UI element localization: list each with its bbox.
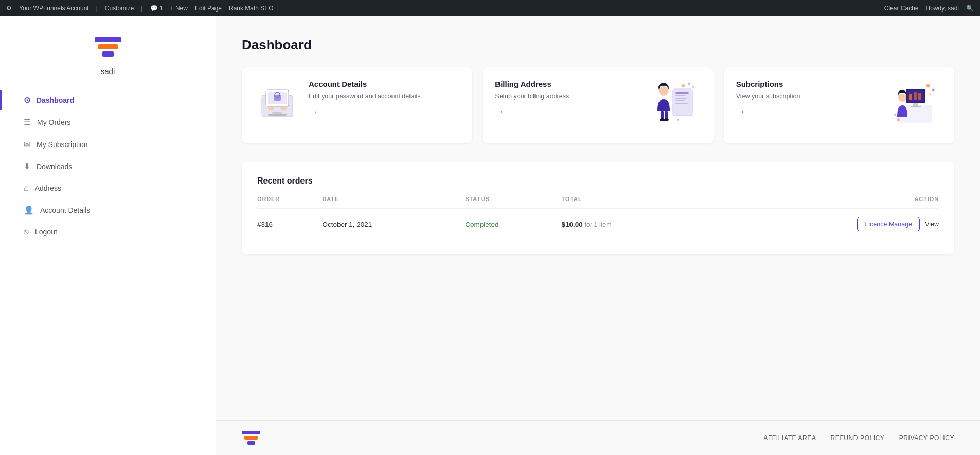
card-sub-arrow[interactable]: → [736,106,745,117]
footer-affiliate-link[interactable]: AFFILIATE AREA [763,434,816,442]
footer-privacy-link[interactable]: PRIVACY POLICY [899,434,954,442]
col-action: ACTION [705,196,939,209]
svg-point-19 [664,118,669,121]
card-account-arrow[interactable]: → [309,106,318,117]
order-date: October 1, 2021 [323,209,466,240]
dashboard-icon: ⊙ [24,95,30,105]
logo-bar-mid [98,44,118,49]
order-total-amount: $10.00 [561,221,582,228]
svg-point-20 [682,84,685,87]
account-icon: 👤 [24,205,34,215]
card-account-title: Account Details [309,80,460,88]
order-number: #316 [257,209,323,240]
col-status: STATUS [465,196,561,209]
logo-bar-top [95,37,121,42]
search-icon[interactable]: 🔍 [966,5,974,12]
svg-point-5 [268,106,274,110]
account-details-illustration [257,80,298,126]
sidebar-item-downloads[interactable]: ⬇ Downloads [15,156,200,176]
col-order: ORDER [257,196,323,209]
order-buttons: Licence Manage View [705,209,939,240]
card-billing-title: Billing Address [495,80,641,88]
site-name[interactable]: Your WPFunnels Account [19,5,89,12]
new-link[interactable]: + New [170,5,188,12]
svg-rect-14 [675,103,688,104]
order-total-items: for 1 item [585,221,612,228]
address-icon: ⌂ [24,184,29,193]
clear-cache-link[interactable]: Clear Cache [884,5,919,12]
col-total: TOTAL [561,196,705,209]
sidebar-label-dashboard: Dashboard [37,96,74,104]
svg-rect-13 [675,100,685,101]
sidebar-label-account-details: Account Details [40,206,90,214]
svg-point-23 [677,119,679,121]
card-account-details: Account Details Edit your password and a… [242,67,472,143]
wp-logo-icon[interactable]: ⚙ [6,5,12,12]
edit-page-link[interactable]: Edit Page [195,5,222,12]
svg-point-36 [897,118,900,121]
admin-bar: ⚙ Your WPFunnels Account | Customize | 💬… [0,0,980,16]
svg-rect-7 [272,112,282,114]
svg-rect-28 [914,92,917,100]
sidebar-item-dashboard[interactable]: ⊙ Dashboard [15,90,200,110]
sidebar-label-downloads: Downloads [37,162,72,171]
customize-link[interactable]: Customize [105,5,134,12]
svg-rect-29 [918,93,921,100]
sidebar-nav: ⊙ Dashboard ☰ My Orders ✉ My Subscriptio… [0,90,216,244]
sidebar-item-address[interactable]: ⌂ Address [15,178,200,198]
sidebar-username: sadi [101,67,115,76]
footer-logo-bar-2 [244,436,258,440]
sidebar-label-logout: Logout [35,228,57,236]
svg-point-34 [932,89,934,92]
card-billing-desc: Setup your billing address [495,92,641,101]
svg-rect-12 [675,98,687,99]
sidebar-item-my-subscription[interactable]: ✉ My Subscription [15,134,200,154]
orders-section-title: Recent orders [257,176,939,186]
svg-rect-31 [911,106,921,107]
svg-point-21 [688,83,690,85]
sidebar-logo [95,37,121,57]
orders-icon: ☰ [24,117,31,127]
svg-rect-30 [913,103,918,106]
order-status: Completed [465,209,561,240]
comments-icon: 💬 1 [150,5,163,12]
svg-point-22 [692,86,694,89]
page-title: Dashboard [242,37,954,53]
footer-logo [242,431,260,445]
table-row: #316 October 1, 2021 Completed $10.00 fo… [257,209,939,240]
logout-icon: ⎋ [24,227,29,236]
sidebar: sadi ⊙ Dashboard ☰ My Orders ✉ My Subscr… [0,16,216,455]
card-billing-arrow[interactable]: → [495,106,504,117]
svg-point-35 [929,93,931,95]
sidebar-item-my-orders[interactable]: ☰ My Orders [15,112,200,132]
sidebar-item-logout[interactable]: ⎋ Logout [15,222,200,242]
svg-point-37 [894,114,896,116]
svg-rect-11 [675,95,686,96]
svg-point-6 [280,106,287,110]
billing-illustration [652,80,699,131]
logo-bar-bot [102,51,114,57]
svg-point-32 [898,94,906,102]
sidebar-label-address: Address [35,184,61,192]
subscription-icon: ✉ [24,139,30,149]
main-content: Dashboard [216,16,980,420]
card-billing-address: Billing Address Setup your billing addre… [483,67,713,143]
subscriptions-illustration [888,80,939,131]
card-account-desc: Edit your password and account details [309,92,460,101]
footer-links: AFFILIATE AREA REFUND POLICY PRIVACY POL… [763,434,954,442]
sidebar-item-account-details[interactable]: 👤 Account Details [15,200,200,220]
rank-math-link[interactable]: Rank Math SEO [229,5,274,12]
svg-rect-27 [909,94,912,100]
order-total: $10.00 for 1 item [561,209,705,240]
howdy-label[interactable]: Howdy, sadi [926,5,959,12]
view-order-button[interactable]: View [925,221,939,228]
footer-logo-bar-3 [247,441,255,445]
col-date: DATE [323,196,466,209]
licence-manage-button[interactable]: Licence Manage [857,217,920,231]
footer-refund-link[interactable]: REFUND POLICY [831,434,885,442]
orders-section: Recent orders ORDER DATE STATUS TOTAL AC… [242,162,954,254]
cards-row: Account Details Edit your password and a… [242,67,954,143]
orders-table: ORDER DATE STATUS TOTAL ACTION #316 Octo… [257,196,939,240]
svg-rect-8 [268,114,287,116]
card-sub-title: Subcriptions [736,80,877,88]
